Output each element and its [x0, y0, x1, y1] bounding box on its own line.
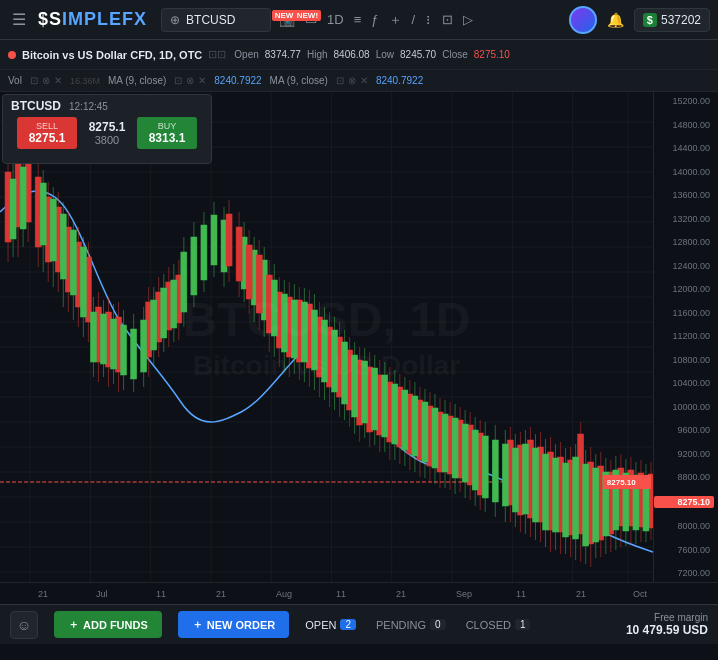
price-12000: 12000.00 — [654, 284, 714, 294]
ma2-eye-icon[interactable]: ⊡ — [336, 75, 344, 86]
tw-symbol: BTCUSD — [11, 99, 61, 113]
tab-pending[interactable]: PENDING 0 — [376, 619, 446, 631]
add-funds-icon: ＋ — [68, 617, 79, 632]
svg-rect-112 — [226, 214, 232, 266]
svg-rect-234 — [472, 430, 478, 490]
svg-text:11: 11 — [516, 589, 526, 599]
tab-closed[interactable]: CLOSED 1 — [466, 619, 531, 631]
tw-header: BTCUSD 12:12:45 — [3, 95, 211, 117]
price-15200: 15200.00 — [654, 96, 714, 106]
ma2-close-icon[interactable]: ✕ — [360, 75, 368, 86]
vol-label: Vol — [8, 75, 22, 86]
indicator-row: Vol ⊡ ⊗ ✕ 16.36M MA (9, close) ⊡ ⊗ ✕ 824… — [0, 70, 718, 92]
sell-price: 8275.1 — [29, 131, 66, 145]
svg-rect-94 — [171, 280, 177, 328]
new-badge-rect: NEW! — [294, 10, 321, 21]
svg-rect-86 — [131, 329, 137, 379]
svg-rect-96 — [181, 252, 187, 312]
new-order-label: NEW ORDER — [207, 619, 275, 631]
chart-canvas[interactable]: BTCUSD, 1D Bitcoin vs US Dollar — [0, 92, 653, 582]
price-8800: 8800.00 — [654, 472, 714, 482]
bell-icon[interactable]: 🔔 — [607, 12, 624, 28]
svg-rect-198 — [291, 300, 297, 358]
select-icon[interactable]: ⊡ — [442, 12, 453, 27]
plus-icon[interactable]: ＋ — [389, 11, 402, 29]
svg-rect-248 — [542, 454, 548, 530]
vol-eye-icon[interactable]: ⊡ — [30, 75, 38, 86]
currency-icon: $ — [643, 13, 657, 27]
price-14400: 14400.00 — [654, 143, 714, 153]
vol-value: 16.36M — [70, 76, 100, 86]
svg-rect-204 — [321, 320, 327, 382]
svg-text:21: 21 — [216, 589, 226, 599]
balance-display: $ 537202 — [634, 8, 710, 32]
rect-tool-wrap: ▭ NEW! — [305, 12, 317, 27]
svg-rect-62 — [80, 247, 86, 317]
svg-rect-228 — [442, 414, 448, 472]
vol-close-icon[interactable]: ✕ — [54, 75, 62, 86]
open-tab-label: OPEN — [305, 619, 336, 631]
balance-amount: 537202 — [661, 13, 701, 27]
price-11600: 11600.00 — [654, 308, 714, 318]
svg-rect-218 — [392, 384, 398, 444]
sell-label: SELL — [36, 121, 58, 131]
svg-rect-236 — [482, 436, 488, 498]
ma1-icons: ⊡ ⊗ ✕ — [174, 75, 206, 86]
svg-rect-210 — [352, 355, 358, 417]
svg-rect-100 — [201, 225, 207, 280]
svg-rect-116 — [246, 245, 252, 299]
vol-gear-icon[interactable]: ⊗ — [42, 75, 50, 86]
avatar[interactable] — [569, 6, 597, 34]
high-label: High — [307, 49, 328, 60]
svg-rect-220 — [402, 390, 408, 450]
multi-line-icon[interactable]: ⫶ — [425, 12, 432, 27]
svg-rect-194 — [271, 280, 277, 336]
svg-rect-214 — [372, 368, 378, 430]
svg-rect-200 — [301, 302, 307, 362]
svg-text:Aug: Aug — [276, 589, 292, 599]
expand-icon[interactable]: ▷ — [463, 12, 473, 27]
svg-rect-102 — [211, 215, 217, 265]
smiley-button[interactable]: ☺ — [10, 611, 38, 639]
svg-rect-80 — [100, 314, 106, 364]
svg-rect-54 — [40, 183, 46, 245]
tw-body: SELL 8275.1 8275.1 3800 BUY 8313.1 — [3, 117, 211, 155]
sell-button[interactable]: SELL 8275.1 — [17, 117, 78, 149]
y-axis: 15200.00 14800.00 14400.00 14000.00 1360… — [653, 92, 718, 582]
price-11200: 11200.00 — [654, 331, 714, 341]
svg-rect-258 — [593, 468, 599, 542]
ma1-gear-icon[interactable]: ⊗ — [186, 75, 194, 86]
tab-open[interactable]: OPEN 2 — [305, 619, 356, 631]
toolbar: 📷 NEW! ▭ NEW! 1D ≡ ƒ ＋ / ⫶ ⊡ ▷ — [279, 11, 561, 29]
price-10000: 10000.00 — [654, 402, 714, 412]
ma1-eye-icon[interactable]: ⊡ — [174, 75, 182, 86]
add-funds-button[interactable]: ＋ ADD FUNDS — [54, 611, 162, 638]
search-icon: ⊕ — [170, 13, 180, 27]
new-order-button[interactable]: ＋ NEW ORDER — [178, 611, 289, 638]
camera-tool-wrap: 📷 NEW! — [279, 12, 295, 27]
svg-rect-52 — [20, 167, 26, 229]
svg-rect-226 — [432, 408, 438, 468]
ma1-close-icon[interactable]: ✕ — [198, 75, 206, 86]
ma2-gear-icon[interactable]: ⊗ — [348, 75, 356, 86]
svg-rect-242 — [512, 448, 518, 512]
search-input[interactable]: BTCUSD — [186, 13, 256, 27]
closed-count: 1 — [515, 619, 531, 630]
svg-text:Jul: Jul — [96, 589, 108, 599]
vol-icons: ⊡ ⊗ ✕ — [30, 75, 62, 86]
candle-type-icon[interactable]: 1D — [327, 12, 344, 27]
line-tool-icon[interactable]: / — [412, 12, 416, 27]
indicator-icon[interactable]: ƒ — [371, 12, 378, 27]
buy-label: BUY — [158, 121, 177, 131]
buy-button[interactable]: BUY 8313.1 — [137, 117, 198, 149]
symbol-search[interactable]: ⊕ BTCUSD — [161, 8, 271, 32]
svg-rect-212 — [362, 361, 368, 423]
price-10400: 10400.00 — [654, 378, 714, 388]
price-10800: 10800.00 — [654, 355, 714, 365]
svg-rect-88 — [141, 320, 147, 372]
bottom-tabs: OPEN 2 PENDING 0 CLOSED 1 — [305, 619, 610, 631]
bar-icon[interactable]: ≡ — [354, 12, 362, 27]
chart-container: BTCUSD 12:12:45 SELL 8275.1 8275.1 3800 … — [0, 92, 718, 582]
hamburger-icon[interactable]: ☰ — [8, 6, 30, 33]
new-order-icon: ＋ — [192, 617, 203, 632]
